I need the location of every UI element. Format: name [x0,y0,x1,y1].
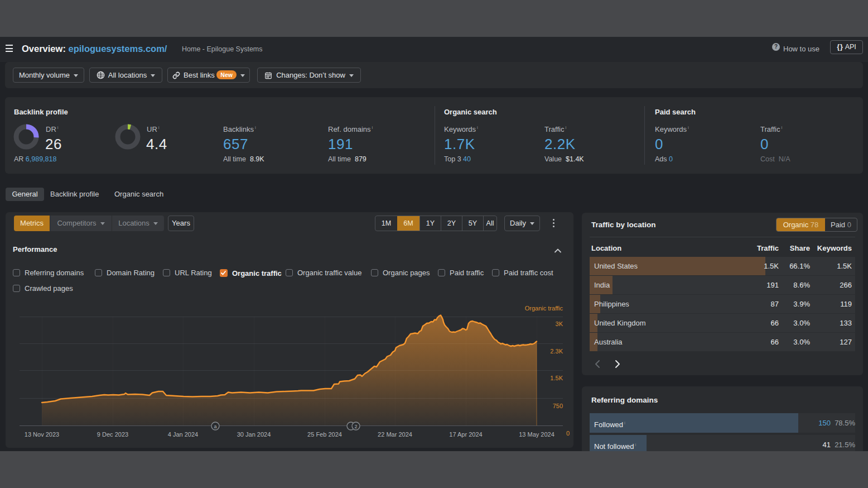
svg-text:4 Jan 2024: 4 Jan 2024 [168,431,198,438]
svg-text:13 Nov 2023: 13 Nov 2023 [25,431,59,438]
svg-text:30 Jan 2024: 30 Jan 2024 [237,431,271,438]
svg-text:9 Dec 2023: 9 Dec 2023 [97,431,128,438]
svg-text:13 May 2024: 13 May 2024 [519,431,554,438]
svg-text:22 Mar 2024: 22 Mar 2024 [378,431,412,438]
svg-text:1.5K: 1.5K [550,375,563,381]
svg-text:2.3K: 2.3K [550,348,563,355]
svg-text:a: a [214,424,216,429]
svg-text:0: 0 [566,430,570,437]
svg-text:25 Feb 2024: 25 Feb 2024 [307,431,342,438]
svg-text:2: 2 [354,424,357,429]
svg-text:17 Apr 2024: 17 Apr 2024 [449,431,482,438]
svg-text:3K: 3K [556,320,563,327]
svg-text:750: 750 [553,403,563,409]
